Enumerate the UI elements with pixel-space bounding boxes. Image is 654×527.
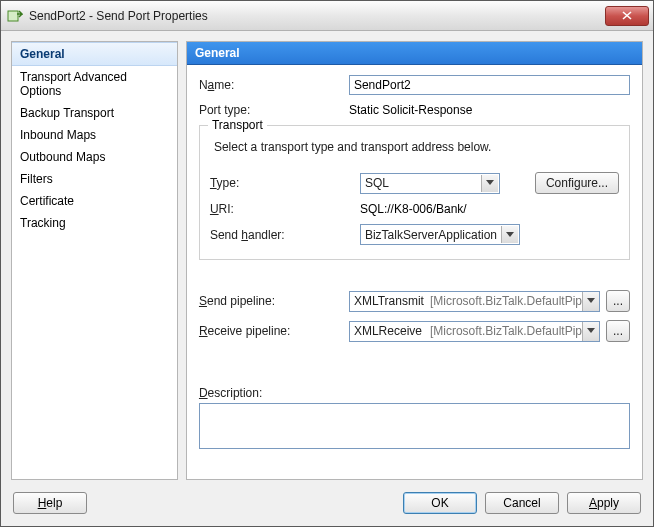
uri-value: SQL://K8-006/Bank/: [360, 202, 467, 216]
dialog-window: SendPort2 - Send Port Properties General…: [0, 0, 654, 527]
recvpipe-hint: [Microsoft.BizTalk.DefaultPip: [430, 324, 582, 338]
handler-select[interactable]: BizTalkServerApplication: [360, 224, 520, 245]
sendpipe-ellipsis-button[interactable]: ...: [606, 290, 630, 312]
app-icon: [7, 8, 23, 24]
help-button[interactable]: Help: [13, 492, 87, 514]
recvpipe-label: Receive pipeline:: [199, 324, 349, 338]
svg-rect-0: [8, 11, 18, 21]
close-icon: [622, 11, 632, 20]
sidebar-item-tracking[interactable]: Tracking: [12, 212, 177, 234]
porttype-value: Static Solicit-Response: [349, 103, 472, 117]
recvpipe-select[interactable]: XMLReceive [Microsoft.BizTalk.DefaultPip: [349, 321, 600, 342]
description-label: Description:: [199, 386, 630, 400]
footer: Help OK Cancel Apply: [1, 480, 653, 526]
main-panel: General Name: Port type: Static Solicit-…: [186, 41, 643, 480]
handler-select-value: BizTalkServerApplication: [365, 228, 497, 242]
titlebar: SendPort2 - Send Port Properties: [1, 1, 653, 31]
recvpipe-ellipsis-button[interactable]: ...: [606, 320, 630, 342]
type-select-value: SQL: [365, 176, 389, 190]
sidebar-item-backup-transport[interactable]: Backup Transport: [12, 102, 177, 124]
sendpipe-select[interactable]: XMLTransmit [Microsoft.BizTalk.DefaultPi…: [349, 291, 600, 312]
panel-body: Name: Port type: Static Solicit-Response…: [187, 65, 642, 479]
sidebar-item-certificate[interactable]: Certificate: [12, 190, 177, 212]
transport-hint: Select a transport type and transport ad…: [214, 140, 619, 154]
description-input[interactable]: [199, 403, 630, 449]
transport-group: Transport Select a transport type and tr…: [199, 125, 630, 260]
apply-button[interactable]: Apply: [567, 492, 641, 514]
recvpipe-value: XMLReceive: [350, 324, 430, 338]
panel-header: General: [187, 42, 642, 65]
chevron-down-icon: [582, 322, 599, 341]
chevron-down-icon: [582, 292, 599, 311]
sidebar-item-transport-advanced[interactable]: Transport Advanced Options: [12, 66, 177, 102]
window-title: SendPort2 - Send Port Properties: [29, 9, 605, 23]
name-label: Name:: [199, 78, 349, 92]
close-button[interactable]: [605, 6, 649, 26]
sendpipe-value: XMLTransmit: [350, 294, 430, 308]
type-select[interactable]: SQL: [360, 173, 500, 194]
type-label: Type:: [210, 176, 360, 190]
sidebar-item-general[interactable]: General: [12, 42, 177, 66]
sendpipe-hint: [Microsoft.BizTalk.DefaultPip: [430, 294, 582, 308]
cancel-button[interactable]: Cancel: [485, 492, 559, 514]
chevron-down-icon: [501, 226, 518, 243]
configure-button[interactable]: Configure...: [535, 172, 619, 194]
ok-button[interactable]: OK: [403, 492, 477, 514]
sidebar-item-inbound-maps[interactable]: Inbound Maps: [12, 124, 177, 146]
name-input[interactable]: [349, 75, 630, 95]
uri-label: URI:: [210, 202, 360, 216]
chevron-down-icon: [481, 175, 498, 192]
transport-legend: Transport: [208, 118, 267, 132]
dialog-body: General Transport Advanced Options Backu…: [1, 31, 653, 480]
porttype-label: Port type:: [199, 103, 349, 117]
sendpipe-label: Send pipeline:: [199, 294, 349, 308]
sidebar-item-filters[interactable]: Filters: [12, 168, 177, 190]
sidebar-item-outbound-maps[interactable]: Outbound Maps: [12, 146, 177, 168]
sidebar: General Transport Advanced Options Backu…: [11, 41, 178, 480]
handler-label: Send handler:: [210, 228, 360, 242]
